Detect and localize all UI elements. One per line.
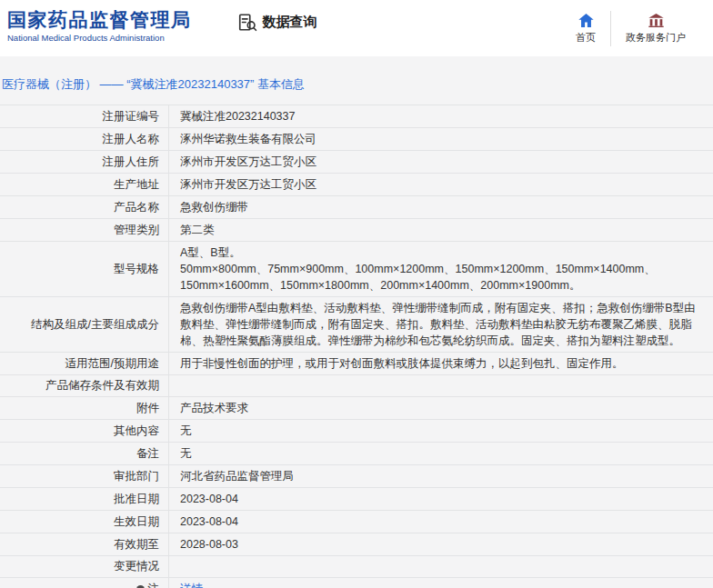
nav-home-label: 首页 <box>576 31 596 45</box>
row-label: 注 <box>0 578 169 588</box>
row-value: 急救创伤绷带A型由敷料垫、活动敷料垫、弹性绷带缝制而成，附有固定夹、搭扣；急救创… <box>169 297 713 352</box>
row-value-text: A型、B型。 50mm×800mm、75mm×900mm、100mm×1200m… <box>180 244 700 294</box>
table-row: 产品名称急救创伤绷带 <box>0 196 713 219</box>
row-label-text: 管理类别 <box>114 223 159 238</box>
row-value-text: 涿州市开发区万达工贸小区 <box>180 176 316 193</box>
data-query-icon <box>237 15 257 30</box>
row-label-text: 注册证编号 <box>103 109 160 125</box>
breadcrumb: 医疗器械（注册） —— “冀械注准20232140337” 基本信息 <box>0 76 713 105</box>
nav-portal-label: 政务服务门户 <box>626 31 686 45</box>
row-value: 涿州市开发区万达工贸小区 <box>169 151 713 173</box>
table-row: 注册人名称涿州华诺救生装备有限公司 <box>0 128 713 151</box>
row-value: 2023-08-04 <box>169 488 713 510</box>
row-value: 2028-08-03 <box>169 533 713 555</box>
government-portal-icon <box>648 13 664 27</box>
row-value: 产品技术要求 <box>169 397 713 419</box>
data-query-label: 数据查询 <box>263 14 317 31</box>
nmpa-logo: 国家药品监督管理局 National Medical Products Admi… <box>7 9 192 43</box>
row-value-text: 涿州华诺救生装备有限公司 <box>180 131 316 147</box>
row-label: 其他内容 <box>0 420 169 442</box>
row-value-text: 第二类 <box>180 222 215 238</box>
row-label-text: 注 <box>148 582 160 588</box>
row-value <box>169 556 713 577</box>
table-row: 注详情 <box>0 578 713 588</box>
row-label-text: 有效期至 <box>114 537 159 553</box>
nav-home[interactable]: 首页 <box>561 11 610 46</box>
row-label: 产品储存条件及有效期 <box>0 375 169 396</box>
row-label: 生产地址 <box>0 174 169 195</box>
row-label-text: 备注 <box>136 446 159 462</box>
row-value-text: 2028-08-03 <box>180 536 238 553</box>
row-label: 附件 <box>0 397 169 419</box>
row-label: 注册证编号 <box>0 105 169 127</box>
row-label: 产品名称 <box>0 196 169 218</box>
row-value: 无 <box>169 420 713 442</box>
row-label-text: 审批部门 <box>114 469 159 484</box>
row-value: 2023-08-04 <box>169 511 713 533</box>
row-value-text: 2023-08-04 <box>180 513 238 530</box>
table-row: 有效期至2028-08-03 <box>0 533 713 556</box>
row-label: 型号规格 <box>0 242 169 296</box>
row-value-text: 无 <box>180 445 192 462</box>
row-label: 有效期至 <box>0 533 169 555</box>
table-row: 批准日期2023-08-04 <box>0 488 713 511</box>
row-label-text: 产品名称 <box>114 200 159 215</box>
row-label-text: 型号规格 <box>114 262 159 277</box>
table-row: 生效日期2023-08-04 <box>0 511 713 533</box>
logo-title: 国家药品监督管理局 <box>7 9 192 31</box>
data-query-heading: 数据查询 <box>237 14 317 31</box>
table-row: 其他内容无 <box>0 420 713 443</box>
row-value-text: 用于非慢性创面的护理，或用于对创面敷料或肢体提供束缚力，以起到包扎、固定作用。 <box>180 355 624 372</box>
row-label: 注册人名称 <box>0 128 169 150</box>
table-row: 产品储存条件及有效期 <box>0 375 713 397</box>
row-label: 适用范围/预期用途 <box>0 353 169 374</box>
row-value <box>169 375 713 396</box>
row-value-text: 涿州市开发区万达工贸小区 <box>180 154 316 170</box>
registration-info-table: 注册证编号冀械注准20232140337注册人名称涿州华诺救生装备有限公司注册人… <box>0 105 713 588</box>
row-label: 备注 <box>0 443 169 464</box>
row-value-text: 冀械注准20232140337 <box>180 108 295 125</box>
row-label-text: 生产地址 <box>114 177 159 193</box>
table-row: 生产地址涿州市开发区万达工贸小区 <box>0 174 713 196</box>
row-label: 批准日期 <box>0 488 169 510</box>
main-content: 医疗器械（注册） —— “冀械注准20232140337” 基本信息 注册证编号… <box>0 56 713 588</box>
row-value: 详情 <box>169 578 713 588</box>
row-value-text: 无 <box>180 423 192 439</box>
table-row: 附件产品技术要求 <box>0 397 713 420</box>
row-label-text: 产品储存条件及有效期 <box>45 378 159 394</box>
row-value-text: 2023-08-04 <box>180 491 238 507</box>
logo-subtitle: National Medical Products Administration <box>7 33 192 43</box>
row-value: 冀械注准20232140337 <box>169 105 713 127</box>
row-label: 生效日期 <box>0 511 169 533</box>
row-label: 审批部门 <box>0 465 169 487</box>
table-row: 注册证编号冀械注准20232140337 <box>0 105 713 128</box>
note-icon <box>136 585 145 588</box>
home-icon <box>578 13 594 27</box>
table-row: 审批部门河北省药品监督管理局 <box>0 465 713 488</box>
table-row: 变更情况 <box>0 556 713 578</box>
row-label: 变更情况 <box>0 556 169 577</box>
table-row: 管理类别第二类 <box>0 219 713 242</box>
row-label-text: 变更情况 <box>114 559 159 574</box>
row-value: 河北省药品监督管理局 <box>169 465 713 487</box>
row-label-text: 适用范围/预期用途 <box>65 356 159 372</box>
row-value-text: 产品技术要求 <box>180 400 248 416</box>
table-row: 适用范围/预期用途用于非慢性创面的护理，或用于对创面敷料或肢体提供束缚力，以起到… <box>0 353 713 375</box>
table-row: 结构及组成/主要组成成分急救创伤绷带A型由敷料垫、活动敷料垫、弹性绷带缝制而成，… <box>0 297 713 353</box>
table-row: 注册人住所涿州市开发区万达工贸小区 <box>0 151 713 174</box>
row-label-text: 附件 <box>136 401 159 416</box>
row-value: 第二类 <box>169 219 713 241</box>
row-label-text: 注册人住所 <box>103 154 160 170</box>
nav-portal[interactable]: 政务服务门户 <box>610 11 700 46</box>
detail-link[interactable]: 详情 <box>180 581 203 588</box>
row-label-text: 生效日期 <box>114 514 159 530</box>
row-label: 注册人住所 <box>0 151 169 173</box>
table-row: 备注无 <box>0 443 713 465</box>
row-value-text: 河北省药品监督管理局 <box>180 468 294 484</box>
row-label: 结构及组成/主要组成成分 <box>0 297 169 352</box>
row-value-text: 急救创伤绷带 <box>180 199 248 215</box>
row-value: 涿州市开发区万达工贸小区 <box>169 174 713 195</box>
row-label: 管理类别 <box>0 219 169 241</box>
row-value: 用于非慢性创面的护理，或用于对创面敷料或肢体提供束缚力，以起到包扎、固定作用。 <box>169 353 713 374</box>
row-value: 涿州华诺救生装备有限公司 <box>169 128 713 150</box>
